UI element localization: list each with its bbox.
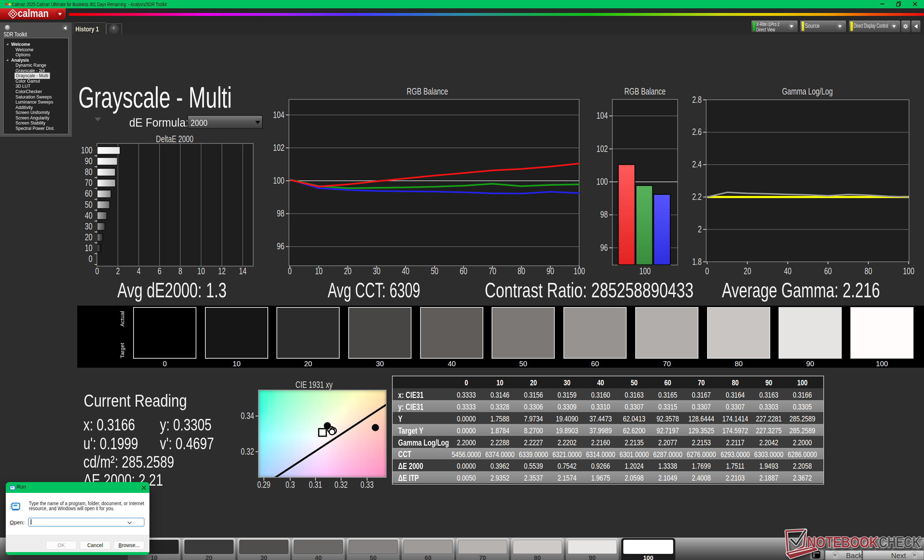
svg-text:40: 40 [85, 210, 92, 220]
svg-text:104: 104 [273, 110, 285, 120]
svg-text:0.32: 0.32 [241, 446, 254, 457]
svg-text:2.6: 2.6 [692, 127, 702, 137]
svg-text:100: 100 [903, 266, 915, 276]
svg-text:0: 0 [95, 266, 99, 276]
svg-text:60: 60 [85, 188, 92, 198]
svg-text:40: 40 [784, 266, 792, 276]
svg-text:100: 100 [597, 177, 608, 187]
svg-text:98: 98 [277, 208, 284, 218]
svg-text:CIE 1931 xy: CIE 1931 xy [296, 380, 333, 390]
svg-text:70: 70 [85, 178, 92, 188]
svg-text:20: 20 [744, 266, 751, 276]
svg-text:2.8: 2.8 [692, 94, 702, 105]
svg-text:0.33: 0.33 [361, 479, 374, 490]
svg-text:12: 12 [218, 266, 226, 276]
svg-text:CHECK: CHECK [879, 533, 921, 551]
svg-text:96: 96 [600, 243, 608, 253]
svg-text:2.4: 2.4 [692, 159, 702, 169]
svg-text:1.8: 1.8 [692, 256, 702, 267]
svg-text:10: 10 [85, 243, 92, 253]
svg-text:14: 14 [239, 266, 246, 276]
svg-text:NOTEBOOK: NOTEBOOK [807, 533, 878, 551]
svg-text:60: 60 [824, 266, 832, 276]
svg-text:RGB Balance: RGB Balance [407, 86, 448, 96]
svg-text:30: 30 [85, 221, 92, 231]
svg-text:0: 0 [705, 266, 709, 276]
svg-text:98: 98 [600, 209, 608, 219]
svg-text:0: 0 [89, 254, 93, 264]
svg-text:50: 50 [85, 199, 92, 210]
svg-text:20: 20 [85, 232, 92, 242]
svg-text:102: 102 [273, 142, 285, 153]
svg-text:80: 80 [85, 167, 92, 177]
svg-text:100: 100 [273, 175, 285, 186]
svg-text:2: 2 [698, 224, 702, 234]
svg-text:Gamma Log/Log: Gamma Log/Log [782, 86, 833, 96]
svg-text:90: 90 [85, 156, 92, 166]
svg-text:6: 6 [158, 266, 162, 276]
svg-text:10: 10 [197, 266, 205, 276]
svg-text:4: 4 [137, 266, 141, 276]
svg-text:102: 102 [597, 144, 608, 154]
svg-text:8: 8 [178, 266, 182, 276]
svg-text:RGB Balance: RGB Balance [624, 86, 666, 96]
svg-text:2: 2 [116, 266, 120, 276]
svg-text:96: 96 [277, 241, 284, 251]
svg-text:0.31: 0.31 [309, 479, 322, 490]
svg-text:0.29: 0.29 [257, 479, 271, 490]
svg-text:104: 104 [597, 111, 608, 121]
svg-text:100: 100 [639, 266, 651, 276]
svg-text:DeltaE 2000: DeltaE 2000 [156, 134, 194, 144]
svg-text:80: 80 [864, 266, 872, 276]
svg-text:0.32: 0.32 [334, 479, 348, 490]
svg-text:0.3: 0.3 [285, 479, 295, 490]
svg-text:0.34: 0.34 [241, 410, 254, 421]
svg-text:100: 100 [81, 145, 93, 155]
svg-text:2.2: 2.2 [692, 192, 702, 202]
